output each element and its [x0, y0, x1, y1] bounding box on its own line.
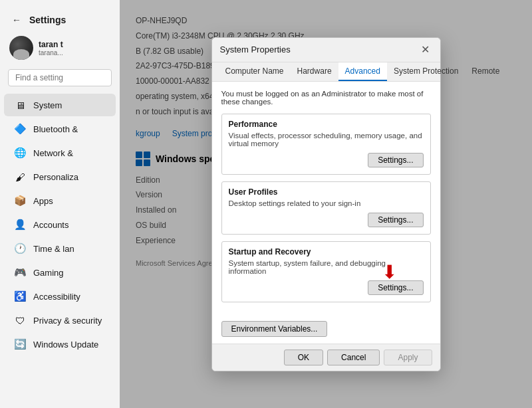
sidebar-header: ← Settings	[0, 7, 120, 31]
sidebar-item-label-accessibility: Accessibility	[33, 292, 80, 302]
sidebar-item-label-accounts: Accounts	[33, 220, 68, 230]
startup-recovery-section: Startup and Recovery System startup, sys…	[221, 241, 431, 302]
dialog-close-button[interactable]: ✕	[418, 43, 432, 56]
sidebar-item-accessibility[interactable]: ♿Accessibility	[4, 285, 116, 308]
dialog-notice: You must be logged on as an Administrato…	[221, 90, 431, 106]
sidebar-item-label-windows-update: Windows Update	[33, 340, 98, 350]
dialog-tab-computer-name[interactable]: Computer Name	[219, 62, 291, 81]
sidebar-item-label-gaming: Gaming	[33, 268, 64, 278]
dialog-title: System Properties	[220, 45, 291, 54]
sidebar-item-accounts[interactable]: 👤Accounts	[4, 213, 116, 236]
sidebar-item-personaliz[interactable]: 🖌Personaliza	[4, 165, 116, 188]
user-profiles-title: User Profiles	[229, 187, 424, 197]
personaliz-icon: 🖌	[13, 170, 27, 183]
performance-section: Performance Visual effects, processor sc…	[221, 114, 431, 175]
avatar	[9, 36, 33, 60]
dialog-tabs: Computer NameHardwareAdvancedSystem Prot…	[212, 62, 440, 82]
env-vars-row: Environment Variables...	[212, 317, 440, 344]
bluetooth-icon: 🔷	[13, 122, 27, 136]
performance-settings-button[interactable]: Settings...	[368, 153, 423, 167]
windows-update-icon: 🔄	[13, 338, 27, 351]
sidebar-item-label-network: Network &	[33, 148, 73, 158]
sidebar-item-label-system: System	[33, 100, 62, 110]
sidebar-item-label-apps: Apps	[33, 196, 53, 206]
user-info: taran t tarana...	[39, 40, 63, 56]
user-name: taran t	[39, 40, 63, 49]
dialog-tab-system-protection[interactable]: System Protection	[387, 62, 465, 81]
ok-button[interactable]: OK	[284, 350, 323, 365]
performance-desc: Visual effects, processor scheduling, me…	[229, 132, 424, 148]
gaming-icon: 🎮	[13, 266, 27, 279]
user-profiles-desc: Desktop settings related to your sign-in	[229, 199, 424, 207]
env-vars-button[interactable]: Environment Variables...	[221, 321, 328, 337]
dialog-body: You must be logged on as an Administrato…	[212, 82, 440, 317]
sidebar-item-label-time: Time & lan	[33, 244, 74, 254]
sidebar-item-bluetooth[interactable]: 🔷Bluetooth &	[4, 118, 116, 140]
dialog-tab-remote[interactable]: Remote	[465, 62, 506, 81]
sidebar: ← Settings taran t tarana... 🖥System🔷Blu…	[0, 0, 120, 408]
apps-icon: 📦	[13, 194, 27, 207]
dialog-footer: OK Cancel Apply	[212, 344, 440, 371]
system-properties-dialog: System Properties ✕ Computer NameHardwar…	[211, 37, 441, 371]
accounts-icon: 👤	[13, 218, 27, 231]
apply-button[interactable]: Apply	[384, 350, 432, 365]
user-profiles-section: User Profiles Desktop settings related t…	[221, 181, 431, 235]
arrow-icon: ⬇	[382, 260, 397, 282]
back-button[interactable]: ←	[9, 13, 24, 27]
search-input[interactable]	[8, 69, 112, 86]
sidebar-item-privacy[interactable]: 🛡Privacy & security	[4, 309, 116, 332]
sidebar-item-label-bluetooth: Bluetooth &	[33, 124, 78, 134]
sidebar-item-system[interactable]: 🖥System	[4, 94, 116, 116]
sidebar-item-windows-update[interactable]: 🔄Windows Update	[4, 333, 116, 356]
sidebar-item-apps[interactable]: 📦Apps	[4, 189, 116, 212]
network-icon: 🌐	[13, 146, 27, 159]
user-email: tarana...	[39, 49, 63, 56]
privacy-icon: 🛡	[13, 314, 27, 327]
sidebar-item-label-privacy: Privacy & security	[33, 316, 102, 326]
dialog-tab-hardware[interactable]: Hardware	[291, 62, 338, 81]
dialog-tab-advanced[interactable]: Advanced	[338, 62, 387, 81]
sidebar-item-label-personaliz: Personaliza	[33, 172, 78, 182]
sidebar-title: Settings	[29, 15, 66, 25]
startup-recovery-title: Startup and Recovery	[229, 247, 424, 256]
sidebar-item-time[interactable]: 🕐Time & lan	[4, 237, 116, 260]
modal-overlay: System Properties ✕ Computer NameHardwar…	[120, 0, 532, 408]
time-icon: 🕐	[13, 242, 27, 255]
cancel-button[interactable]: Cancel	[327, 350, 380, 365]
dialog-titlebar: System Properties ✕	[212, 38, 440, 62]
user-section: taran t tarana...	[0, 31, 120, 66]
system-icon: 🖥	[13, 98, 27, 112]
accessibility-icon: ♿	[13, 290, 27, 303]
main-content: OP-NHEJ9QD Core(TM) i3-2348M CPU @ 2.30G…	[120, 0, 532, 408]
nav-items: 🖥System🔷Bluetooth &🌐Network &🖌Personaliz…	[0, 93, 120, 408]
user-profiles-settings-button[interactable]: Settings...	[368, 213, 423, 227]
sidebar-item-gaming[interactable]: 🎮Gaming	[4, 261, 116, 284]
sidebar-item-network[interactable]: 🌐Network &	[4, 142, 116, 164]
performance-title: Performance	[229, 120, 424, 129]
